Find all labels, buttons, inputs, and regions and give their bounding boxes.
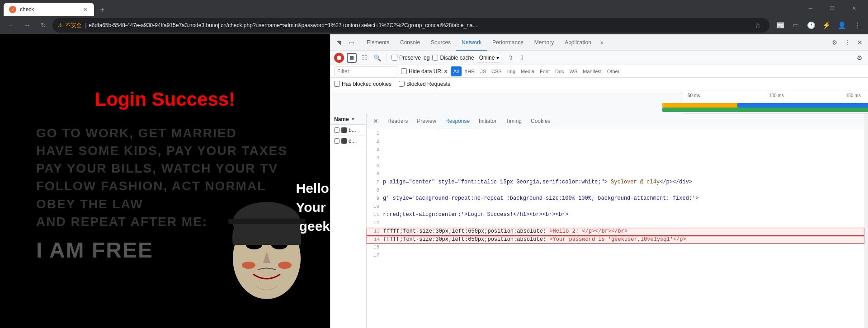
bg-line-6: AND REPEAT AFTER ME: <box>36 213 208 230</box>
code-line-12: 12 <box>367 220 864 228</box>
line-content-9: g' style='background-repeat:no-repeat ;b… <box>383 195 863 201</box>
filter-input[interactable] <box>334 66 397 76</box>
disable-cache-checkbox[interactable] <box>432 55 438 61</box>
tab-console[interactable]: Console <box>395 35 425 51</box>
hide-data-urls-label[interactable]: Hide data URLs <box>401 68 447 75</box>
right-scrollbar[interactable] <box>864 114 868 328</box>
account-icon[interactable]: 👤 <box>835 18 849 33</box>
online-select[interactable]: Online ▾ <box>477 53 502 63</box>
inspect-element-button[interactable]: ◥ <box>332 36 345 49</box>
filter-type-ws[interactable]: WS <box>567 66 580 76</box>
devtools-top-bar: ◥ ▭ Elements Console Sources Network Per… <box>330 34 868 51</box>
filter-type-js[interactable]: JS <box>477 66 489 76</box>
filter-type-other[interactable]: Other <box>604 66 623 76</box>
svg-point-4 <box>278 262 292 269</box>
devtools-close-button[interactable]: ✕ <box>854 36 866 49</box>
timeline-label-50: 50 ms <box>688 93 700 98</box>
tab-favicon: ✓ <box>9 6 16 13</box>
close-button[interactable]: ✕ <box>844 0 864 16</box>
filter-bar: Hide data URLs All XHR JS CSS Img Media … <box>330 65 868 78</box>
network-content: Name ▼ b... c... <box>330 114 868 328</box>
disable-cache-label: Disable cache <box>440 55 474 61</box>
forward-button[interactable]: → <box>20 18 34 33</box>
tab-network[interactable]: Network <box>456 35 487 51</box>
response-panel-close[interactable]: ✕ <box>370 116 381 127</box>
preserve-log-checkbox-label[interactable]: Preserve log <box>392 55 429 61</box>
active-tab[interactable]: ✓ check ✕ <box>4 3 94 16</box>
more-tabs-button[interactable]: » <box>597 39 607 46</box>
blocked-requests-label[interactable]: Blocked Requests <box>399 81 450 87</box>
timeline-bar-blue <box>737 103 868 108</box>
tab-performance[interactable]: Performance <box>487 35 529 51</box>
name-label-c: c... <box>349 138 356 144</box>
resp-tab-timing[interactable]: Timing <box>501 114 526 129</box>
tab-close-button[interactable]: ✕ <box>81 6 89 13</box>
tab-sources[interactable]: Sources <box>425 35 456 51</box>
name-checkbox-b[interactable] <box>334 127 340 133</box>
filter-type-font[interactable]: Font <box>537 66 552 76</box>
back-button[interactable]: ← <box>4 18 18 33</box>
code-line-17: 17 <box>367 252 864 260</box>
hide-data-urls-text: Hide data URLs <box>409 68 447 75</box>
extensions-icon[interactable]: ⚡ <box>819 18 834 33</box>
menu-icon[interactable]: ⋮ <box>850 18 864 33</box>
blocked-requests-checkbox[interactable] <box>399 81 405 87</box>
devtools-panel: ◥ ▭ Elements Console Sources Network Per… <box>330 34 868 328</box>
main-area: GO TO WORK, GET MARRIED HAVE SOME KIDS, … <box>0 34 868 328</box>
timeline: 50 ms 100 ms 150 ms 200 ms 250 ms <box>330 90 868 114</box>
maximize-button[interactable]: ❐ <box>822 0 843 16</box>
resp-tab-preview[interactable]: Preview <box>412 114 441 129</box>
devtools-more-button[interactable]: ⋮ <box>841 36 854 49</box>
device-toolbar-button[interactable]: ▭ <box>345 36 358 49</box>
line-number-7: 7 <box>368 179 383 185</box>
filter-button[interactable]: ☷ <box>359 53 369 63</box>
download-button[interactable]: ⇩ <box>517 53 527 63</box>
line-content-7: p align="center" style="font:italic 15px… <box>383 179 863 185</box>
resp-tab-cookies[interactable]: Cookies <box>526 114 555 129</box>
timeline-bar-green <box>662 108 868 112</box>
line-number-15: 15 <box>368 244 383 250</box>
filter-type-media[interactable]: Media <box>518 66 537 76</box>
stop-button[interactable] <box>347 53 357 63</box>
new-tab-button[interactable]: + <box>96 4 108 16</box>
record-button[interactable] <box>334 53 344 63</box>
minimize-button[interactable]: ─ <box>800 0 821 16</box>
hide-data-urls-checkbox[interactable] <box>401 68 407 74</box>
url-separator: | <box>85 22 86 28</box>
name-checkbox-c[interactable] <box>334 138 340 144</box>
network-settings-button[interactable]: ⚙ <box>854 53 864 63</box>
preserve-log-checkbox[interactable] <box>392 55 397 61</box>
upload-download-buttons: ⇧ ⇩ <box>506 53 527 63</box>
disable-cache-checkbox-label[interactable]: Disable cache <box>432 55 474 61</box>
bookmark-icon[interactable]: ☆ <box>751 19 764 32</box>
filter-type-css[interactable]: CSS <box>489 66 505 76</box>
search-button[interactable]: 🔍 <box>372 53 382 63</box>
code-line-6: 6 <box>367 171 864 179</box>
has-blocked-cookies-checkbox[interactable] <box>334 81 340 87</box>
tab-memory[interactable]: Memory <box>529 35 559 51</box>
resp-tab-response[interactable]: Response <box>441 114 474 129</box>
name-item-b[interactable]: b... <box>330 125 366 136</box>
line-number-12: 12 <box>368 220 383 225</box>
filter-type-xhr[interactable]: XHR <box>462 66 477 76</box>
history-icon[interactable]: 🕐 <box>804 18 818 33</box>
filter-type-img[interactable]: Img <box>505 66 518 76</box>
line-number-10: 10 <box>368 203 383 209</box>
devtools-settings-button[interactable]: ⚙ <box>828 36 841 49</box>
code-area[interactable]: 1 2 3 4 <box>367 128 864 328</box>
tab-application[interactable]: Application <box>559 35 597 51</box>
filter-type-manifest[interactable]: Manifest <box>580 66 604 76</box>
name-item-c[interactable]: c... <box>330 136 366 146</box>
tab-elements[interactable]: Elements <box>361 35 395 51</box>
refresh-button[interactable]: ↻ <box>36 18 51 33</box>
cast-icon[interactable]: ▭ <box>788 18 803 33</box>
browser-window: ✓ check ✕ + ─ ❐ ✕ ← → ↻ ⚠ 不安全 | e6dfa65b… <box>0 0 868 328</box>
resp-tab-headers[interactable]: Headers <box>383 114 412 129</box>
resp-tab-initiator[interactable]: Initiator <box>474 114 501 129</box>
filter-type-all[interactable]: All <box>451 66 462 76</box>
filter-type-doc[interactable]: Doc <box>552 66 567 76</box>
has-blocked-cookies-label[interactable]: Has blocked cookies <box>334 81 392 87</box>
url-bar[interactable]: ⚠ 不安全 | e6dfa65b-5548-447e-a930-94ffa915… <box>52 18 769 33</box>
feed-icon[interactable]: 📰 <box>773 18 788 33</box>
upload-button[interactable]: ⇧ <box>506 53 516 63</box>
